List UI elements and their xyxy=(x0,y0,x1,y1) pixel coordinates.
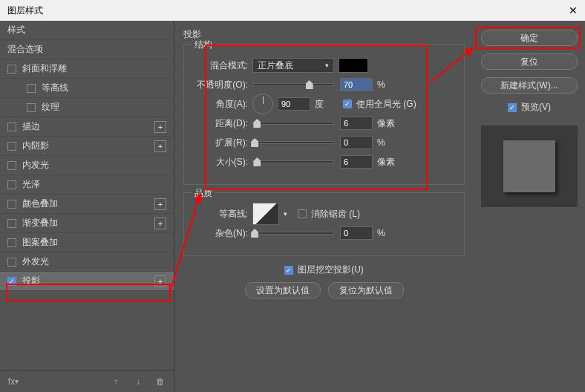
plus-icon[interactable]: + xyxy=(154,218,166,229)
sidebar-header[interactable]: 样式 xyxy=(0,21,174,40)
checkbox-icon[interactable] xyxy=(7,65,16,74)
checkbox-icon[interactable] xyxy=(7,142,16,151)
close-icon[interactable]: ✕ xyxy=(569,4,578,16)
preview-swatch xyxy=(503,140,555,192)
opacity-label: 不透明度(O): xyxy=(192,79,248,91)
plus-icon[interactable]: + xyxy=(154,198,166,210)
right-column: 确定 复位 新建样式(W)... ✓ 预览(V) xyxy=(474,21,585,392)
sidebar-item-coloroverlay[interactable]: 颜色叠加+ xyxy=(0,195,174,214)
spread-field[interactable] xyxy=(340,136,373,149)
angle-unit: 度 xyxy=(315,98,337,111)
make-default-button[interactable]: 设置为默认值 xyxy=(245,282,321,298)
sidebar-blend-options[interactable]: 混合选项 xyxy=(0,40,174,59)
reset-default-button[interactable]: 复位为默认值 xyxy=(328,282,404,298)
plus-icon[interactable]: + xyxy=(154,140,166,152)
spread-label: 扩展(R): xyxy=(192,137,248,149)
contour-picker[interactable] xyxy=(252,203,279,225)
sidebar-item-contour[interactable]: 等高线 xyxy=(0,79,174,98)
checkbox-icon[interactable] xyxy=(7,161,16,170)
noise-slider[interactable] xyxy=(252,232,334,235)
blendmode-label: 混合模式: xyxy=(192,59,248,72)
up-icon[interactable]: ↑ xyxy=(110,376,122,388)
contour-label: 等高线: xyxy=(192,208,248,220)
sidebar: 样式 混合选项 斜面和浮雕 等高线 纹理 描边+ 内阴影+ 内发光 光泽 颜色叠… xyxy=(0,21,174,392)
checkbox-icon[interactable]: ✓ xyxy=(7,277,16,286)
checkbox-icon[interactable] xyxy=(27,103,36,112)
opacity-field[interactable] xyxy=(340,78,373,91)
titlebar: 图层样式 ✕ xyxy=(0,0,585,21)
distance-label: 距离(D): xyxy=(192,117,248,130)
angle-field[interactable] xyxy=(278,97,310,111)
size-slider[interactable] xyxy=(252,160,334,163)
checkbox-icon[interactable] xyxy=(7,122,16,131)
globallight-checkbox[interactable]: ✓ xyxy=(343,99,352,108)
sidebar-item-patternoverlay[interactable]: 图案叠加 xyxy=(0,233,174,252)
sidebar-item-gradientoverlay[interactable]: 渐变叠加+ xyxy=(0,214,174,233)
globallight-label: 使用全局光 (G) xyxy=(356,98,416,111)
plus-icon[interactable]: + xyxy=(154,121,166,133)
knockout-checkbox[interactable]: ✓ xyxy=(284,266,293,275)
checkbox-icon[interactable] xyxy=(7,200,16,209)
new-style-button[interactable]: 新建样式(W)... xyxy=(481,77,578,94)
quality-group: 品质 等高线: ▾ 消除锯齿 (L) 杂色(N): % xyxy=(183,192,465,256)
down-icon[interactable]: ↓ xyxy=(132,376,144,388)
ok-button[interactable]: 确定 xyxy=(481,30,578,46)
chevron-down-icon[interactable]: ▾ xyxy=(284,210,287,218)
plus-icon[interactable]: + xyxy=(154,275,166,287)
structure-group: 结构 混合模式: 正片叠底▾ 不透明度(O): % 角度(A): 度 ✓ 使用全 xyxy=(183,44,465,185)
distance-field[interactable] xyxy=(340,117,373,130)
angle-label: 角度(A): xyxy=(192,98,248,111)
opacity-unit: % xyxy=(377,79,399,90)
chevron-down-icon: ▾ xyxy=(325,62,329,69)
distance-unit: 像素 xyxy=(377,117,399,130)
panel-title: 投影 xyxy=(183,28,465,41)
sidebar-item-stroke[interactable]: 描边+ xyxy=(0,117,174,137)
checkbox-icon[interactable] xyxy=(7,180,16,189)
size-field[interactable] xyxy=(340,155,373,169)
checkbox-icon[interactable] xyxy=(7,219,16,228)
dialog-title: 图层样式 xyxy=(7,4,43,17)
blendmode-select[interactable]: 正片叠底▾ xyxy=(252,58,334,73)
angle-dial[interactable] xyxy=(252,94,273,114)
sidebar-item-innershadow[interactable]: 内阴影+ xyxy=(0,137,174,156)
sidebar-item-satin[interactable]: 光泽 xyxy=(0,175,174,195)
fx-icon[interactable]: fx▾ xyxy=(7,376,19,388)
spread-unit: % xyxy=(377,137,399,148)
noise-unit: % xyxy=(377,228,399,238)
sidebar-footer: fx▾ ↑ ↓ 🗑 xyxy=(0,370,174,392)
sidebar-item-dropshadow[interactable]: ✓投影+ xyxy=(0,272,174,291)
cancel-button[interactable]: 复位 xyxy=(481,53,578,70)
checkbox-icon[interactable] xyxy=(27,84,36,93)
noise-field[interactable] xyxy=(340,226,373,240)
noise-label: 杂色(N): xyxy=(192,227,248,240)
checkbox-icon[interactable] xyxy=(7,238,16,247)
size-unit: 像素 xyxy=(377,156,399,169)
quality-legend: 品质 xyxy=(192,187,215,200)
checkbox-icon[interactable] xyxy=(7,258,16,267)
preview-checkbox[interactable]: ✓ xyxy=(508,103,517,112)
structure-legend: 结构 xyxy=(192,39,215,51)
trash-icon[interactable]: 🗑 xyxy=(154,376,166,388)
knockout-label: 图层挖空投影(U) xyxy=(298,264,364,276)
opacity-slider[interactable] xyxy=(252,83,334,86)
antialias-checkbox[interactable] xyxy=(298,209,307,218)
size-label: 大小(S): xyxy=(192,156,248,169)
spread-slider[interactable] xyxy=(252,141,334,144)
main-panel: 投影 结构 混合模式: 正片叠底▾ 不透明度(O): % 角度(A): 度 xyxy=(174,21,474,392)
sidebar-item-texture[interactable]: 纹理 xyxy=(0,98,174,117)
distance-slider[interactable] xyxy=(252,122,334,125)
color-swatch[interactable] xyxy=(339,58,368,73)
sidebar-item-innerglow[interactable]: 内发光 xyxy=(0,156,174,175)
preview-box xyxy=(481,125,578,207)
preview-label: 预览(V) xyxy=(521,101,551,114)
sidebar-item-outerglow[interactable]: 外发光 xyxy=(0,252,174,272)
sidebar-item-bevel[interactable]: 斜面和浮雕 xyxy=(0,59,174,79)
antialias-label: 消除锯齿 (L) xyxy=(311,208,360,220)
